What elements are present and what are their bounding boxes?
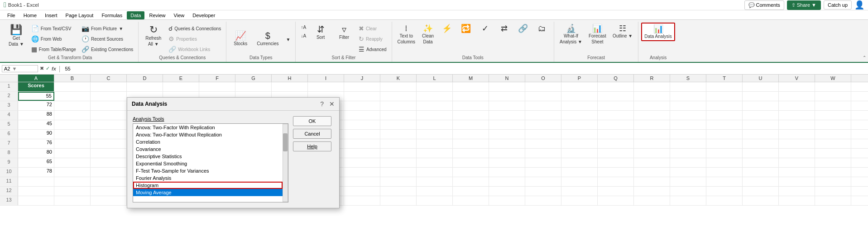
filter-button[interactable]: ▿ Filter <box>333 23 355 42</box>
cell-K11[interactable] <box>380 177 417 186</box>
cell-O5[interactable] <box>525 120 561 129</box>
cell-S10[interactable] <box>670 168 706 177</box>
cell-K3[interactable] <box>380 101 417 110</box>
cell-C9[interactable] <box>91 158 127 167</box>
cell-P11[interactable] <box>561 177 598 186</box>
cell-K9[interactable] <box>380 158 417 167</box>
cell-M6[interactable] <box>453 130 489 139</box>
existing-connections-button[interactable]: 🔗 Existing Connections <box>79 44 135 54</box>
get-data-button[interactable]: 💾 Get Data ▼ <box>5 23 28 49</box>
cell-R5[interactable] <box>634 120 670 129</box>
cell-R13[interactable] <box>634 196 670 205</box>
cell-O2[interactable] <box>525 92 561 101</box>
cell-C6[interactable] <box>91 130 127 139</box>
name-box-dropdown-icon[interactable]: ▼ <box>12 66 17 71</box>
cell-K10[interactable] <box>380 168 417 177</box>
cell-R12[interactable] <box>634 187 670 196</box>
cell-J6[interactable] <box>344 130 380 139</box>
consolidate-button[interactable]: ⇄ <box>495 23 513 34</box>
cell-O1[interactable] <box>525 82 561 91</box>
cell-W1[interactable] <box>815 82 851 91</box>
cell-W11[interactable] <box>815 177 851 186</box>
cell-P6[interactable] <box>561 130 598 139</box>
cell-P13[interactable] <box>561 196 598 205</box>
cell-a9[interactable]: 65 <box>18 158 54 167</box>
col-header-p[interactable]: P <box>561 75 598 82</box>
cell-O7[interactable] <box>525 139 561 148</box>
menu-data[interactable]: Data <box>127 11 144 19</box>
catch-up-button[interactable]: Catch up <box>824 0 852 9</box>
name-box[interactable]: A2 ▼ <box>2 65 38 72</box>
cell-V5[interactable] <box>779 120 815 129</box>
cell-N3[interactable] <box>489 101 525 110</box>
cell-N5[interactable] <box>489 120 525 129</box>
cell-M12[interactable] <box>453 187 489 196</box>
remove-duplicates-button[interactable]: 🔁 <box>457 23 475 34</box>
cell-W6[interactable] <box>815 130 851 139</box>
cell-P12[interactable] <box>561 187 598 196</box>
cell-T2[interactable] <box>706 92 743 101</box>
cell-M3[interactable] <box>453 101 489 110</box>
cell-F1[interactable] <box>199 82 235 91</box>
cell-a5[interactable]: 45 <box>18 120 54 129</box>
cell-N1[interactable] <box>489 82 525 91</box>
cell-Q12[interactable] <box>598 187 634 196</box>
cell-a13[interactable] <box>18 196 54 205</box>
cell-B12[interactable] <box>54 187 91 196</box>
cell-U7[interactable] <box>743 139 779 148</box>
col-header-n[interactable]: N <box>489 75 525 82</box>
cell-C1[interactable] <box>91 82 127 91</box>
cell-K13[interactable] <box>380 196 417 205</box>
relationships-button[interactable]: 🔗 <box>514 23 532 34</box>
cell-T5[interactable] <box>706 120 743 129</box>
cell-B10[interactable] <box>54 168 91 177</box>
cell-K4[interactable] <box>380 111 417 120</box>
refresh-all-button[interactable]: ↻ Refresh All ▼ <box>141 23 165 49</box>
dialog-help-icon[interactable]: ? <box>320 100 324 108</box>
col-header-c[interactable]: C <box>91 75 127 82</box>
cell-Q2[interactable] <box>598 92 634 101</box>
cell-T12[interactable] <box>706 187 743 196</box>
cell-W13[interactable] <box>815 196 851 205</box>
advanced-button[interactable]: ☰ Advanced <box>356 44 388 54</box>
cell-Q6[interactable] <box>598 130 634 139</box>
recent-sources-button[interactable]: 🕐 Recent Sources <box>79 34 135 44</box>
cell-J4[interactable] <box>344 111 380 120</box>
cell-a6[interactable]: 90 <box>18 130 54 139</box>
analysis-list-item[interactable]: Anova: Two-Factor With Replication <box>133 124 283 131</box>
cell-J13[interactable] <box>344 196 380 205</box>
cell-J1[interactable] <box>344 82 380 91</box>
cell-W7[interactable] <box>815 139 851 148</box>
cell-M1[interactable] <box>453 82 489 91</box>
cell-K8[interactable] <box>380 149 417 158</box>
user-icon[interactable]: 👤 <box>854 0 864 10</box>
cell-P2[interactable] <box>561 92 598 101</box>
cell-R3[interactable] <box>634 101 670 110</box>
cell-P9[interactable] <box>561 158 598 167</box>
cell-G1[interactable] <box>235 82 272 91</box>
cell-O11[interactable] <box>525 177 561 186</box>
menu-page-layout[interactable]: Page Layout <box>62 11 97 19</box>
cell-V12[interactable] <box>779 187 815 196</box>
cell-W4[interactable] <box>815 111 851 120</box>
analysis-list-item[interactable]: Histogram <box>133 182 283 189</box>
cell-S7[interactable] <box>670 139 706 148</box>
cell-K7[interactable] <box>380 139 417 148</box>
cell-Q11[interactable] <box>598 177 634 186</box>
cell-S13[interactable] <box>670 196 706 205</box>
from-picture-button[interactable]: 📷 From Picture ▼ <box>79 23 135 33</box>
cell-L2[interactable] <box>417 92 453 101</box>
sort-button[interactable]: ⇵ Sort <box>309 23 332 42</box>
col-header-f[interactable]: F <box>199 75 235 82</box>
cell-Q7[interactable] <box>598 139 634 148</box>
cell-a12[interactable] <box>18 187 54 196</box>
col-header-i[interactable]: I <box>308 75 344 82</box>
menu-review[interactable]: Review <box>145 11 169 19</box>
cell-R9[interactable] <box>634 158 670 167</box>
cell-P8[interactable] <box>561 149 598 158</box>
cell-O9[interactable] <box>525 158 561 167</box>
cell-S6[interactable] <box>670 130 706 139</box>
data-validation-button[interactable]: ✓ <box>476 23 494 34</box>
cell-B9[interactable] <box>54 158 91 167</box>
cell-S12[interactable] <box>670 187 706 196</box>
